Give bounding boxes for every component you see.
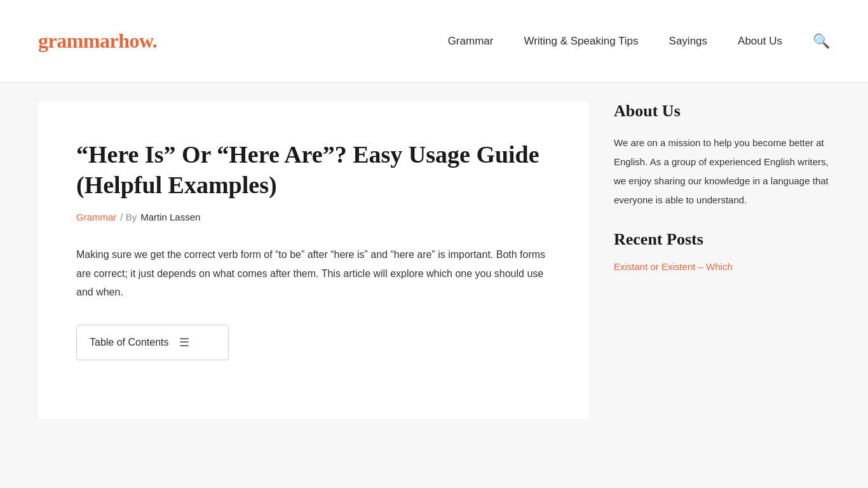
header: grammarhow. Grammar Writing & Speaking T…: [0, 0, 868, 83]
toc-toggle-icon[interactable]: ☰: [179, 336, 189, 349]
toc-label: Table of Contents: [90, 337, 169, 348]
main-nav: Grammar Writing & Speaking Tips Sayings …: [448, 33, 830, 50]
nav-item-writing[interactable]: Writing & Speaking Tips: [524, 35, 638, 48]
article-title: “Here Is” Or “Here Are”? Easy Usage Guid…: [76, 140, 550, 200]
article-meta-separator: / By: [120, 212, 137, 222]
article-card: “Here Is” Or “Here Are”? Easy Usage Guid…: [38, 102, 588, 419]
logo-dot: .: [153, 29, 158, 52]
nav-item-grammar[interactable]: Grammar: [448, 35, 494, 48]
sidebar-about-text: We are on a mission to help you become b…: [614, 133, 830, 210]
logo-text-main: grammarhow: [38, 29, 153, 52]
article-author: Martin Lassen: [140, 212, 200, 222]
nav-item-about[interactable]: About Us: [738, 35, 782, 48]
article-intro: Making sure we get the correct verb form…: [76, 245, 550, 302]
sidebar-about-title: About Us: [614, 102, 830, 121]
article-meta: Grammar / By Martin Lassen: [76, 212, 550, 222]
page-body: “Here Is” Or “Here Are”? Easy Usage Guid…: [0, 83, 868, 488]
sidebar-recent-title: Recent Posts: [614, 230, 830, 249]
recent-posts-section: Recent Posts Existant or Existent – Whic…: [614, 230, 830, 274]
site-logo[interactable]: grammarhow.: [38, 29, 157, 53]
nav-item-sayings[interactable]: Sayings: [669, 35, 707, 48]
about-us-section: About Us We are on a mission to help you…: [614, 102, 830, 210]
recent-post-link[interactable]: Existant or Existent – Which: [614, 261, 733, 272]
search-icon[interactable]: 🔍: [813, 33, 830, 50]
article-category[interactable]: Grammar: [76, 212, 116, 222]
main-content: “Here Is” Or “Here Are”? Easy Usage Guid…: [38, 102, 588, 469]
sidebar: About Us We are on a mission to help you…: [614, 102, 830, 469]
table-of-contents-box: Table of Contents ☰: [76, 325, 229, 360]
